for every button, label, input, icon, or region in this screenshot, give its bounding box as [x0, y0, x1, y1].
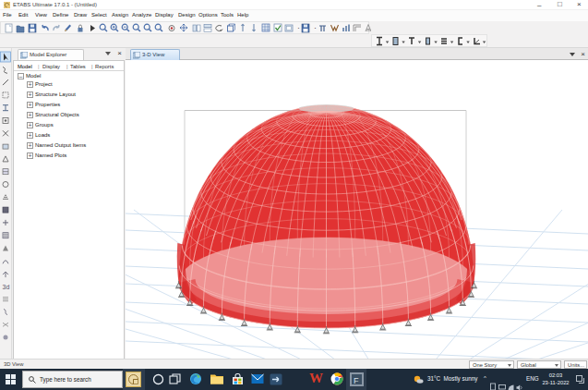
- svg-text:F: F: [354, 376, 359, 385]
- svg-text:3d: 3d: [3, 284, 10, 290]
- svg-text:·: ·: [297, 23, 300, 32]
- svg-text:·: ·: [314, 23, 317, 32]
